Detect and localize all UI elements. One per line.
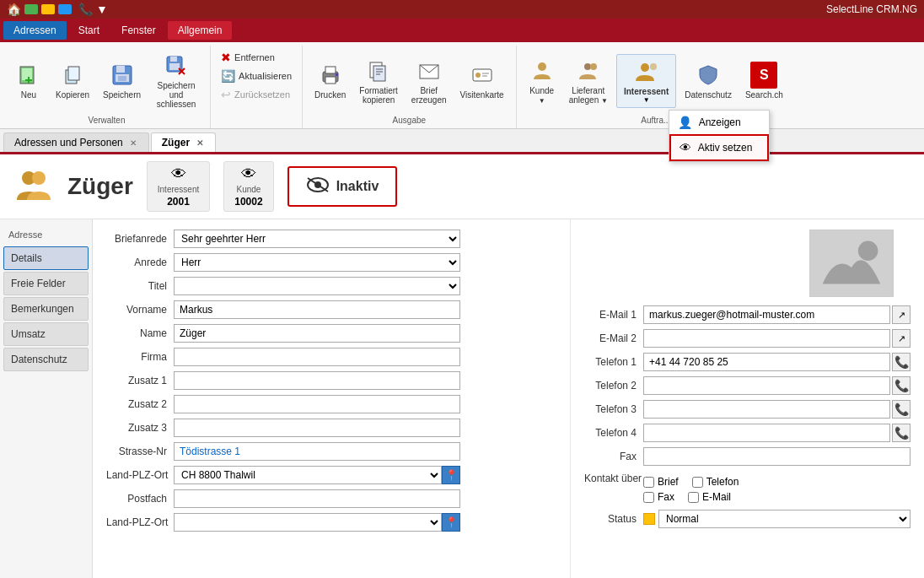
- tab-zueger-close[interactable]: ✕: [195, 138, 205, 148]
- ribbon-btn-speichern-schliessen[interactable]: Speichern undschliessen: [149, 49, 203, 112]
- tab-adressen-personen[interactable]: Adressen und Personen ✕: [3, 132, 149, 152]
- svg-rect-12: [169, 63, 180, 70]
- checkbox-brief-input[interactable]: [643, 477, 654, 488]
- ribbon-btn-brief-erzeugen[interactable]: Brieferzeugen: [406, 54, 452, 108]
- svg-point-31: [590, 63, 597, 70]
- checkbox-telefon-input[interactable]: [692, 477, 703, 488]
- telefon3-call-btn[interactable]: 📞: [892, 400, 911, 419]
- telefon2-call-btn[interactable]: 📞: [892, 376, 911, 395]
- menu-icons: 📞: [78, 3, 93, 16]
- land-plz-ort1-select[interactable]: CH 8800 Thalwil: [174, 466, 442, 484]
- record-badge-interessent[interactable]: 👁 Interessent 2001: [147, 161, 210, 212]
- ribbon-btn-kunde[interactable]: Kunde▼: [524, 54, 561, 108]
- firma-input[interactable]: [174, 348, 460, 366]
- ribbon-btn-search-ch[interactable]: S Search.ch: [740, 58, 788, 103]
- record-badge-kunde[interactable]: 👁 Kunde 10002: [223, 161, 273, 212]
- menu-item-allgemein[interactable]: Allgemein: [168, 21, 233, 40]
- land-plz-ort2-geo-btn[interactable]: 📍: [442, 513, 460, 532]
- titel-select[interactable]: [174, 277, 460, 295]
- briefanrede-select-wrapper: Sehr geehrter Herr: [174, 230, 460, 248]
- svg-point-29: [538, 62, 546, 71]
- checkbox-row2: Fax E-Mail: [643, 491, 739, 503]
- telefon1-input[interactable]: [643, 353, 890, 371]
- telefon4-input[interactable]: [643, 424, 890, 442]
- ribbon-btn-formatiert-kopieren[interactable]: Formatiertkopieren: [354, 54, 403, 108]
- sidebar-btn-umsatz[interactable]: Umsatz: [3, 322, 89, 346]
- menu-item-start[interactable]: Start: [68, 21, 110, 40]
- sidebar-btn-freie-felder[interactable]: Freie Felder: [3, 272, 89, 295]
- email2-input[interactable]: [643, 329, 890, 348]
- ribbon-group-auftrag-buttons: Kunde▼ Lieferantanlegen ▼ Interessent ▼: [524, 49, 788, 112]
- vorname-input[interactable]: [174, 300, 460, 319]
- fax-input-wrapper: [643, 447, 911, 466]
- telefon3-input[interactable]: [643, 400, 890, 419]
- entfernen-label: Entfernen: [234, 52, 275, 62]
- zusatz3-label: Zusatz 3: [106, 422, 174, 434]
- name-input[interactable]: [174, 324, 460, 343]
- form-area: Adresse Details Freie Felder Bemerkungen…: [0, 219, 924, 578]
- dropdown-anzeigen[interactable]: 👤 Anzeigen: [669, 111, 769, 134]
- ribbon-btn-interessent[interactable]: Interessent ▼: [616, 54, 676, 108]
- ribbon-btn-kopieren[interactable]: Kopieren: [51, 58, 94, 103]
- sidebar-btn-bemerkungen[interactable]: Bemerkungen: [3, 297, 89, 321]
- land-plz-ort2-select[interactable]: [174, 513, 442, 532]
- ribbon-btn-datenschutz[interactable]: Datenschutz: [680, 58, 737, 103]
- inaktiv-badge[interactable]: Inaktiv: [287, 166, 398, 207]
- land-plz-ort1-geo-btn[interactable]: 📍: [442, 466, 460, 484]
- ribbon-btn-drucken[interactable]: Drucken: [309, 58, 351, 103]
- right-row-telefon2: Telefon 2 📞: [584, 376, 911, 395]
- email2-action-btn[interactable]: ↗: [892, 329, 911, 348]
- sidebar-btn-datenschutz[interactable]: Datenschutz: [3, 348, 89, 371]
- ribbon-col-actions: ✖ Entfernen 🔄 Aktualisieren ↩ Zurücksetz…: [218, 49, 295, 103]
- ribbon-btn-speichern[interactable]: Speichern: [98, 58, 146, 103]
- ribbon-btn-zurücksetzen[interactable]: ↩ Zurücksetzen: [218, 86, 295, 103]
- checkbox-email-input[interactable]: [688, 492, 699, 503]
- badge-interessent-value: 2001: [167, 196, 190, 208]
- email1-action-btn[interactable]: ↗: [892, 305, 911, 324]
- postfach-input[interactable]: [174, 489, 460, 508]
- ribbon-btn-lieferant-anlegen[interactable]: Lieferantanlegen ▼: [564, 54, 613, 108]
- dropdown-aktiv-setzen[interactable]: 👁 Aktiv setzen: [669, 134, 769, 161]
- svg-point-30: [584, 63, 591, 70]
- telefon1-call-btn[interactable]: 📞: [892, 353, 911, 371]
- svg-rect-7: [116, 66, 125, 73]
- badge-kunde-value: 10002: [234, 196, 262, 208]
- visitenkarte-label: Visitenkarte: [460, 90, 504, 100]
- zusatz3-input[interactable]: [174, 419, 460, 437]
- ribbon-btn-entfernen[interactable]: ✖ Entfernen: [218, 49, 295, 66]
- form-content-left: Briefanrede Sehr geehrter Herr Anrede He…: [93, 219, 570, 578]
- form-row-name: Name: [106, 324, 556, 343]
- zusatz2-input[interactable]: [174, 395, 460, 413]
- tab-adressen-personen-close[interactable]: ✕: [128, 138, 138, 148]
- telefon2-input[interactable]: [643, 376, 890, 395]
- speichern-schliessen-icon: [163, 52, 190, 79]
- email1-input[interactable]: [643, 305, 890, 324]
- checkbox-brief: Brief: [643, 476, 679, 488]
- sidebar-btn-details[interactable]: Details: [3, 246, 89, 270]
- drucken-label: Drucken: [314, 90, 346, 100]
- land-plz-ort1-wrapper: CH 8800 Thalwil 📍: [174, 466, 460, 484]
- ribbon-btn-neu[interactable]: Neu: [10, 58, 47, 103]
- email1-label: E-Mail 1: [584, 309, 643, 321]
- kontakt-uber-label: Kontakt über: [584, 471, 643, 484]
- ribbon-btn-aktualisieren[interactable]: 🔄 Aktualisieren: [218, 68, 295, 84]
- strasse-nr-input[interactable]: [174, 442, 460, 461]
- checkbox-fax-input[interactable]: [643, 492, 654, 503]
- menu-item-fenster[interactable]: Fenster: [111, 21, 166, 40]
- formatiert-kopieren-label: Formatiertkopieren: [359, 86, 398, 105]
- ribbon-group-ausgabe-label: Ausgabe: [393, 116, 426, 125]
- speichern-label: Speichern: [103, 90, 141, 100]
- ribbon-btn-visitenkarte[interactable]: Visitenkarte: [455, 58, 509, 103]
- kopieren-icon: [59, 62, 86, 89]
- anrede-select[interactable]: Herr: [174, 253, 460, 272]
- telefon4-input-wrapper: 📞: [643, 424, 911, 442]
- badge-kunde-icon: 👁: [241, 165, 256, 183]
- title-bar-left: 🏠 📞 ▼: [7, 3, 108, 16]
- status-select[interactable]: Normal: [658, 510, 911, 528]
- tab-zueger[interactable]: Züger ✕: [151, 132, 216, 152]
- telefon4-call-btn[interactable]: 📞: [892, 424, 911, 442]
- briefanrede-select[interactable]: Sehr geehrter Herr: [174, 230, 460, 248]
- fax-input[interactable]: [643, 447, 911, 466]
- menu-tab-adressen[interactable]: Adressen: [3, 21, 67, 40]
- zusatz1-input[interactable]: [174, 371, 460, 390]
